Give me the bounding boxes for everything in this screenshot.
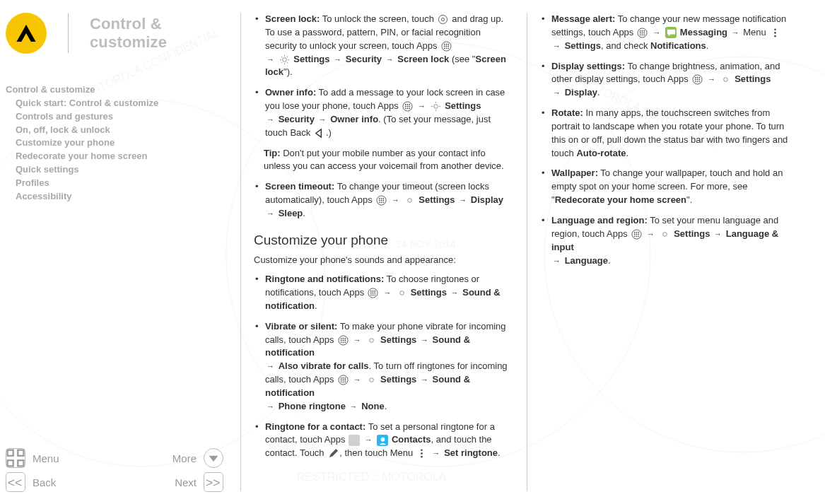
svg-point-103 — [640, 32, 641, 33]
svg-point-52 — [379, 198, 380, 199]
svg-point-64 — [373, 291, 374, 292]
svg-point-85 — [340, 377, 341, 379]
next-icon[interactable]: >> — [204, 472, 223, 492]
motorola-logo — [6, 13, 47, 54]
svg-point-74 — [340, 337, 341, 339]
svg-point-104 — [642, 32, 643, 33]
svg-point-122 — [724, 78, 728, 82]
gear-icon — [396, 288, 407, 299]
page-title: Control & customize — [90, 15, 223, 52]
svg-marker-11 — [209, 456, 218, 462]
more-icon[interactable] — [204, 448, 223, 468]
gear-icon — [431, 101, 442, 112]
svg-point-93 — [344, 382, 346, 383]
svg-point-91 — [340, 382, 341, 383]
svg-point-40 — [406, 106, 408, 107]
sidebar: Control & customize Control & customize … — [0, 0, 240, 504]
toc-item[interactable]: Quick start: Control & customize — [16, 97, 223, 110]
svg-point-90 — [344, 380, 346, 381]
svg-point-68 — [375, 293, 376, 294]
svg-point-39 — [405, 106, 406, 107]
svg-line-31 — [281, 56, 282, 57]
pencil-icon — [327, 448, 339, 459]
svg-point-60 — [382, 202, 384, 204]
svg-point-89 — [342, 380, 344, 381]
svg-rect-8 — [18, 450, 23, 456]
toc-item[interactable]: Profiles — [16, 177, 223, 190]
svg-point-98 — [421, 456, 423, 458]
apps-icon — [375, 195, 387, 206]
svg-point-105 — [644, 32, 645, 33]
list-item: Screen timeout: To change your timeout (… — [255, 180, 514, 221]
back-label[interactable]: Back — [33, 476, 56, 488]
svg-point-75 — [342, 337, 344, 339]
apps-icon — [691, 74, 703, 86]
svg-point-109 — [774, 28, 776, 30]
apps-icon — [337, 334, 349, 346]
contacts-icon — [377, 435, 388, 446]
svg-line-33 — [281, 61, 282, 62]
svg-point-72 — [399, 291, 404, 295]
svg-rect-10 — [18, 460, 23, 466]
apps-icon — [337, 375, 349, 386]
divider — [68, 13, 69, 53]
svg-point-129 — [638, 233, 639, 235]
apps-icon — [440, 40, 452, 52]
svg-point-119 — [695, 81, 696, 83]
svg-point-100 — [640, 30, 641, 32]
svg-point-125 — [636, 232, 637, 233]
main-content: Screen lock: To unlock the screen, touch… — [240, 0, 825, 504]
svg-point-26 — [283, 57, 287, 61]
apps-icon — [631, 228, 642, 240]
back-icon[interactable]: << — [6, 472, 25, 492]
apps-icon — [368, 288, 379, 299]
toc-item[interactable]: Controls and gestures — [16, 110, 223, 124]
svg-point-86 — [342, 377, 344, 379]
svg-point-42 — [405, 108, 406, 110]
svg-point-101 — [642, 30, 643, 32]
svg-point-87 — [344, 377, 346, 379]
svg-point-88 — [340, 380, 341, 381]
list-item: Language and region: To set your menu la… — [542, 214, 800, 267]
list-item: Wallpaper: To change your wallpaper, tou… — [542, 167, 800, 207]
svg-point-17 — [443, 44, 445, 45]
svg-point-24 — [445, 47, 447, 49]
svg-point-111 — [774, 35, 776, 37]
svg-point-118 — [698, 79, 700, 81]
svg-point-78 — [342, 339, 344, 341]
svg-text:<<: << — [8, 476, 23, 490]
svg-point-121 — [698, 81, 700, 83]
svg-point-57 — [382, 200, 384, 201]
svg-point-97 — [421, 452, 423, 455]
svg-point-106 — [640, 34, 641, 35]
svg-marker-50 — [316, 129, 322, 137]
toc-item[interactable]: Quick settings — [16, 163, 223, 177]
content-column-1: Screen lock: To unlock the screen, touch… — [240, 13, 527, 491]
menu-icon[interactable] — [6, 448, 25, 468]
more-label[interactable]: More — [172, 452, 197, 464]
apps-square-icon — [349, 435, 360, 446]
svg-point-67 — [373, 293, 374, 294]
toc-item[interactable]: Redecorate your home screen — [16, 150, 223, 163]
svg-point-14 — [438, 15, 447, 23]
svg-point-38 — [409, 104, 410, 105]
toc-item[interactable]: Customize your phone — [16, 136, 223, 150]
toc-item[interactable]: Accessibility — [16, 190, 223, 204]
toc-item[interactable]: On, off, lock & unlock — [16, 124, 223, 137]
svg-point-23 — [443, 47, 445, 49]
svg-point-108 — [644, 34, 645, 35]
svg-point-95 — [381, 437, 385, 441]
svg-point-80 — [340, 341, 341, 343]
svg-rect-9 — [8, 460, 13, 466]
svg-point-110 — [774, 32, 776, 34]
gear-icon — [365, 334, 377, 346]
svg-point-83 — [370, 338, 374, 342]
svg-point-44 — [409, 108, 410, 110]
nav-controls: Menu More << Back Next — [6, 446, 223, 494]
next-label[interactable]: Next — [175, 476, 197, 488]
svg-point-21 — [445, 45, 447, 47]
svg-point-82 — [344, 341, 346, 343]
menu-label[interactable]: Menu — [33, 452, 59, 464]
list-item: Vibrate or silent: To make your phone vi… — [255, 320, 514, 414]
toc-item[interactable]: Control & customize — [6, 83, 223, 97]
